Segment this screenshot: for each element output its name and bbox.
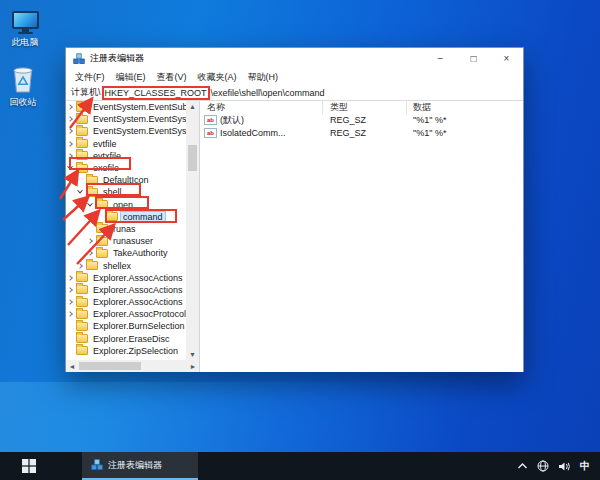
scroll-right-icon[interactable]: ►	[187, 363, 199, 370]
expand-chevron-icon[interactable]	[86, 251, 96, 255]
tree-item-exefile[interactable]: exefile	[66, 162, 186, 174]
folder-icon	[76, 164, 88, 173]
tree-item-label: shellex	[101, 261, 133, 271]
scrollbar-thumb[interactable]	[188, 145, 197, 171]
scroll-down-icon[interactable]: ▼	[186, 349, 199, 360]
tree-item-Explorer.ZipSelection[interactable]: Explorer.ZipSelection	[66, 345, 186, 357]
expand-chevron-icon[interactable]	[66, 142, 76, 146]
tree-item-runas[interactable]: runas	[66, 223, 186, 235]
expand-chevron-icon[interactable]	[66, 276, 76, 280]
tree-item-label: exefile	[91, 163, 121, 173]
list-header: 名称 类型 数据	[200, 101, 523, 114]
tray-network-globe-icon[interactable]	[537, 460, 549, 472]
tree-item-Explorer.EraseDisc[interactable]: Explorer.EraseDisc	[66, 333, 186, 345]
desktop-icon-this-pc[interactable]: 此电脑	[0, 8, 54, 49]
scroll-up-icon[interactable]: ▲	[186, 101, 199, 112]
tree-item-shellex[interactable]: shellex	[66, 259, 186, 271]
scroll-left-icon[interactable]: ◄	[66, 363, 78, 370]
tree-item-label: Explorer.AssocActions	[91, 285, 185, 295]
maximize-button[interactable]: □	[457, 48, 490, 69]
minimize-button[interactable]: −	[424, 48, 457, 69]
address-bar[interactable]: 计算机\HKEY_CLASSES_ROOT\exefile\shell\open…	[66, 85, 523, 101]
value-type: REG_SZ	[323, 128, 407, 138]
column-header-name[interactable]: 名称	[200, 101, 323, 114]
tree-item-runasuser[interactable]: runasuser	[66, 235, 186, 247]
menu-item-编辑(E)[interactable]: 编辑(E)	[116, 71, 146, 84]
tree-item-Explorer.AssocActions[interactable]: Explorer.AssocActions	[66, 284, 186, 296]
tree-item-label: evtfile	[91, 139, 119, 149]
title-bar[interactable]: 注册表编辑器 − □ ×	[66, 48, 523, 69]
folder-icon	[76, 346, 88, 355]
menu-item-收藏夹(A)[interactable]: 收藏夹(A)	[198, 71, 237, 84]
tree-vertical-scrollbar[interactable]: ▲ ▼	[186, 101, 199, 360]
collapse-chevron-icon[interactable]	[86, 203, 96, 207]
tray-volume-icon[interactable]	[558, 461, 571, 472]
tree-item-DefaultIcon[interactable]: DefaultIcon	[66, 174, 186, 186]
folder-icon	[96, 249, 108, 258]
value-type: REG_SZ	[323, 115, 407, 125]
recycle-bin-icon	[0, 62, 52, 94]
collapse-chevron-icon[interactable]	[76, 190, 86, 194]
menu-item-查看(V)[interactable]: 查看(V)	[157, 71, 187, 84]
expand-chevron-icon[interactable]	[66, 288, 76, 292]
tray-chevron-up-icon[interactable]	[517, 462, 528, 470]
tray-ime-indicator[interactable]: 中	[580, 459, 590, 473]
collapse-chevron-icon[interactable]	[66, 166, 76, 170]
expand-chevron-icon[interactable]	[76, 264, 86, 268]
tree-item-Explorer.BurnSelection[interactable]: Explorer.BurnSelection	[66, 320, 186, 332]
folder-icon	[86, 261, 98, 270]
registry-values-pane: 名称 类型 数据 ab(默认)REG_SZ"%1" %*abIsolatedCo…	[200, 101, 523, 372]
folder-icon	[96, 224, 108, 233]
desktop-icon-label: 回收站	[0, 96, 52, 109]
close-button[interactable]: ×	[490, 48, 523, 69]
folder-icon	[76, 322, 88, 331]
tree-item-command[interactable]: command	[66, 211, 186, 223]
tree-item-TakeAuthority[interactable]: TakeAuthority	[66, 247, 186, 259]
tree-horizontal-scrollbar[interactable]: ◄ ►	[66, 360, 199, 372]
folder-icon	[76, 139, 88, 148]
start-button[interactable]	[0, 452, 58, 480]
folder-icon	[76, 334, 88, 343]
desktop-icon-label: 此电脑	[0, 36, 54, 49]
tree-item-label: evtxfile	[91, 151, 123, 161]
tree-item-EventSystem.EventSys[interactable]: EventSystem.EventSys	[66, 125, 186, 137]
scrollbar-thumb[interactable]	[79, 362, 141, 370]
menu-item-文件(F)[interactable]: 文件(F)	[75, 71, 105, 84]
wallpaper-glow	[0, 382, 600, 452]
expand-chevron-icon[interactable]	[66, 117, 76, 121]
expand-chevron-icon[interactable]	[86, 239, 96, 243]
tree-item-evtxfile[interactable]: evtxfile	[66, 150, 186, 162]
expand-chevron-icon[interactable]	[66, 154, 76, 158]
folder-icon	[96, 237, 108, 246]
registry-value-row[interactable]: abIsolatedComm...REG_SZ"%1" %*	[200, 127, 523, 140]
menu-item-帮助(H)[interactable]: 帮助(H)	[248, 71, 279, 84]
tree-item-EventSystem.EventSys[interactable]: EventSystem.EventSys	[66, 113, 186, 125]
windows-logo-icon	[22, 459, 36, 473]
tree-item-Explorer.AssocActions[interactable]: Explorer.AssocActions	[66, 272, 186, 284]
expand-chevron-icon[interactable]	[66, 312, 76, 316]
registry-value-row[interactable]: ab(默认)REG_SZ"%1" %*	[200, 114, 523, 127]
tree-item-evtfile[interactable]: evtfile	[66, 138, 186, 150]
tree-item-label: Explorer.AssocActions	[91, 273, 185, 283]
tree-item-label: TakeAuthority	[111, 248, 170, 258]
folder-icon	[76, 285, 88, 294]
tree-item-shell[interactable]: shell	[66, 186, 186, 198]
tree-item-Explorer.AssocActions[interactable]: Explorer.AssocActions	[66, 296, 186, 308]
expand-chevron-icon[interactable]	[66, 300, 76, 304]
tree-item-label: Explorer.BurnSelection	[91, 321, 186, 331]
expand-chevron-icon[interactable]	[66, 105, 76, 109]
tree-item-Explorer.AssocProtocol[interactable]: Explorer.AssocProtocol	[66, 308, 186, 320]
taskbar-task-regedit[interactable]: 注册表编辑器	[82, 452, 198, 480]
expand-chevron-icon[interactable]	[66, 129, 76, 133]
address-highlight-box: HKEY_CLASSES_ROOT	[102, 86, 210, 100]
tree-item-EventSystem.EventSub[interactable]: EventSystem.EventSub	[66, 101, 186, 113]
desktop-icon-recycle-bin[interactable]: 回收站	[0, 62, 52, 109]
tree-item-label: Explorer.ZipSelection	[91, 346, 180, 356]
column-header-type[interactable]: 类型	[323, 101, 407, 114]
registry-editor-window: 注册表编辑器 − □ × 文件(F)编辑(E)查看(V)收藏夹(A)帮助(H) …	[65, 47, 524, 372]
value-name: IsolatedComm...	[220, 128, 286, 138]
tree-item-label: open	[111, 200, 135, 210]
tree-item-open[interactable]: open	[66, 199, 186, 211]
column-header-data[interactable]: 数据	[407, 101, 523, 114]
string-value-icon: ab	[204, 128, 217, 138]
